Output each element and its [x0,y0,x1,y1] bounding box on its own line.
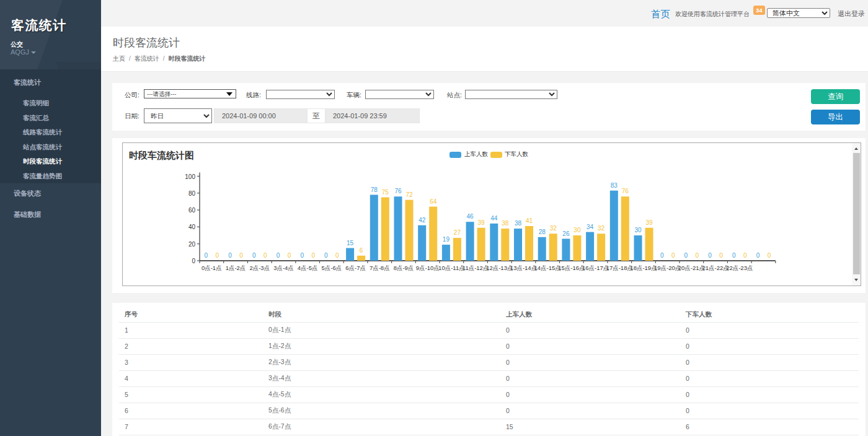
svg-text:0: 0 [684,252,688,259]
svg-text:0: 0 [719,252,723,259]
svg-text:30: 30 [634,227,642,233]
svg-text:16点-17点: 16点-17点 [582,264,609,271]
svg-text:6点-7点: 6点-7点 [345,264,366,271]
svg-text:0: 0 [277,252,280,259]
svg-text:39: 39 [645,219,653,226]
svg-text:0: 0 [228,252,232,259]
svg-text:64: 64 [430,198,437,205]
svg-text:14点-15点: 14点-15点 [534,264,561,271]
svg-text:0: 0 [252,252,256,259]
svg-text:11点-12点: 11点-12点 [463,264,489,271]
svg-text:10点-11点: 10点-11点 [438,264,465,271]
svg-text:0: 0 [708,252,712,259]
svg-text:0: 0 [192,258,195,264]
svg-text:38: 38 [515,220,522,227]
svg-text:0: 0 [300,252,304,259]
svg-text:76: 76 [622,188,629,194]
svg-text:20: 20 [188,241,196,248]
svg-text:0: 0 [660,252,664,259]
svg-text:0: 0 [311,252,315,259]
svg-text:38: 38 [502,220,509,227]
svg-text:0: 0 [264,252,267,259]
svg-text:34: 34 [587,224,594,230]
svg-text:80: 80 [188,190,196,197]
svg-text:44: 44 [490,215,498,222]
svg-text:75: 75 [382,189,389,196]
svg-text:19点-20点: 19点-20点 [654,264,681,271]
svg-text:0: 0 [239,252,243,259]
svg-text:0: 0 [756,252,760,259]
svg-text:20点-21点: 20点-21点 [678,264,705,271]
svg-text:78: 78 [371,186,378,193]
svg-text:19: 19 [443,236,450,243]
svg-text:72: 72 [405,191,413,198]
svg-text:41: 41 [526,217,533,224]
svg-text:0: 0 [324,252,328,259]
svg-text:0: 0 [205,252,208,259]
svg-text:0: 0 [335,252,339,259]
svg-text:28: 28 [539,229,546,235]
svg-text:0: 0 [216,252,219,259]
svg-text:9点-10点: 9点-10点 [416,264,440,271]
svg-text:32: 32 [598,225,605,232]
svg-text:60: 60 [188,207,196,214]
svg-text:39: 39 [478,219,485,226]
svg-text:3点-4点: 3点-4点 [273,264,294,271]
svg-text:0: 0 [732,252,736,259]
svg-text:0: 0 [671,252,675,259]
svg-text:0: 0 [288,252,291,259]
svg-text:83: 83 [611,182,618,189]
svg-text:2点-3点: 2点-3点 [249,264,270,271]
svg-text:7点-8点: 7点-8点 [370,264,390,271]
svg-text:21点-22点: 21点-22点 [702,264,728,271]
svg-text:27: 27 [454,229,461,236]
svg-text:100: 100 [185,173,195,180]
svg-text:13点-14点: 13点-14点 [510,264,537,271]
svg-text:30: 30 [574,227,581,233]
svg-text:12点-13点: 12点-13点 [486,264,513,271]
svg-text:32: 32 [550,225,557,232]
svg-text:1点-2点: 1点-2点 [226,264,246,271]
svg-text:0: 0 [743,252,747,259]
svg-text:0: 0 [768,252,771,259]
svg-text:15: 15 [347,240,354,246]
svg-text:46: 46 [467,213,474,220]
svg-text:42: 42 [418,217,426,224]
svg-text:26: 26 [562,230,570,237]
svg-text:8点-9点: 8点-9点 [394,264,414,271]
svg-text:15点-16点: 15点-16点 [558,264,585,271]
svg-text:0: 0 [696,252,699,259]
svg-text:18点-19点: 18点-19点 [630,264,657,271]
svg-text:40: 40 [188,224,196,230]
svg-text:6: 6 [360,247,363,254]
svg-text:17点-18点: 17点-18点 [606,264,633,271]
svg-text:76: 76 [394,188,402,194]
svg-text:0点-1点: 0点-1点 [202,264,222,271]
svg-text:4点-5点: 4点-5点 [298,264,318,271]
svg-text:5点-6点: 5点-6点 [322,264,342,271]
svg-text:22点-23点: 22点-23点 [726,264,753,271]
